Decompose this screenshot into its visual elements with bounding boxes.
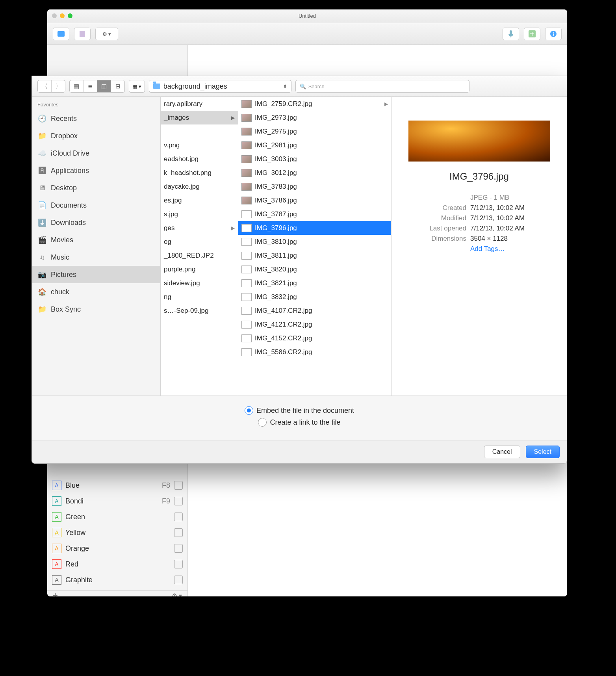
- color-row-red[interactable]: ARed: [47, 556, 187, 572]
- file-label: s.jpg: [164, 210, 178, 218]
- color-row-orange[interactable]: AOrange: [47, 540, 187, 556]
- column-item[interactable]: ges▶: [161, 221, 238, 235]
- search-field[interactable]: 🔍 Search: [295, 80, 469, 93]
- column-item[interactable]: ng: [161, 290, 238, 304]
- checkbox[interactable]: [174, 497, 183, 505]
- sidebar-item-documents[interactable]: 📄Documents: [32, 197, 160, 214]
- column-item[interactable]: v.png: [161, 138, 238, 152]
- file-item[interactable]: IMG_3786.jpg: [238, 193, 391, 207]
- column-view-button[interactable]: ◫: [97, 80, 111, 92]
- file-label: IMG_3832.jpg: [255, 293, 297, 301]
- cancel-button[interactable]: Cancel: [484, 446, 520, 458]
- file-item[interactable]: IMG_3787.jpg: [238, 207, 391, 221]
- column-item[interactable]: eadshot.jpg: [161, 152, 238, 166]
- sidebar-item-music[interactable]: ♫Music: [32, 249, 160, 266]
- coverflow-view-button[interactable]: ⊟: [111, 80, 124, 92]
- sidebar-item-recents[interactable]: 🕘Recents: [32, 110, 160, 127]
- file-thumbnail-icon: [241, 266, 252, 273]
- minimize-window-button[interactable]: [60, 13, 65, 18]
- color-row-green[interactable]: AGreen: [47, 509, 187, 525]
- file-item[interactable]: IMG_3821.jpg: [238, 276, 391, 290]
- color-row-blue[interactable]: ABlueF8: [47, 477, 187, 493]
- sidebar-item-pictures[interactable]: 📷Pictures: [32, 266, 160, 283]
- color-name: Orange: [65, 544, 174, 553]
- group-by-menu[interactable]: ▦ ▾: [129, 80, 145, 93]
- column-item[interactable]: sideview.jpg: [161, 276, 238, 290]
- file-item[interactable]: IMG_5586.CR2.jpg: [238, 345, 391, 359]
- file-item[interactable]: IMG_3832.jpg: [238, 290, 391, 304]
- svg-text:i: i: [553, 31, 554, 37]
- file-item[interactable]: IMG_2981.jpg: [238, 138, 391, 152]
- column-item[interactable]: rary.aplibrary: [161, 97, 238, 111]
- checkbox[interactable]: [174, 560, 183, 568]
- music-icon: ♫: [37, 253, 47, 262]
- preview-metadata: JPEG - 1 MB Created7/12/13, 10:02 AMModi…: [399, 194, 559, 255]
- checkbox[interactable]: [174, 481, 183, 490]
- file-thumbnail-icon: [241, 141, 252, 149]
- file-item[interactable]: IMG_2973.jpg: [238, 111, 391, 124]
- checkbox[interactable]: [174, 528, 183, 537]
- file-item[interactable]: IMG_2975.jpg: [238, 124, 391, 138]
- file-item[interactable]: IMG_2759.CR2.jpg▶: [238, 97, 391, 111]
- preview-filename: IMG_3796.jpg: [449, 171, 509, 182]
- sidebar-item-icloud-drive[interactable]: ☁️iCloud Drive: [32, 145, 160, 162]
- zoom-window-button[interactable]: [68, 13, 72, 18]
- inspector-menu[interactable]: ⚙︎ ▾: [172, 592, 182, 597]
- color-row-bondi[interactable]: ABondiF9: [47, 493, 187, 509]
- checkbox[interactable]: [174, 544, 183, 553]
- column-item[interactable]: purple.png: [161, 262, 238, 276]
- add-tags-link[interactable]: Add Tags…: [470, 245, 505, 253]
- file-item[interactable]: IMG_3820.jpg: [238, 262, 391, 276]
- column-item[interactable]: og: [161, 235, 238, 249]
- info-button[interactable]: i: [545, 28, 562, 40]
- file-item[interactable]: IMG_4121.CR2.jpg: [238, 318, 391, 331]
- checkbox[interactable]: [174, 513, 183, 521]
- sidebar-item-chuck[interactable]: 🏠chuck: [32, 283, 160, 301]
- sidebar-item-downloads[interactable]: ⬇️Downloads: [32, 214, 160, 231]
- column-item[interactable]: _images▶: [161, 111, 238, 124]
- back-button[interactable]: 〈: [38, 80, 52, 92]
- sidebar-item-applications[interactable]: 🅰Applications: [32, 162, 160, 179]
- column-2[interactable]: IMG_2759.CR2.jpg▶IMG_2973.jpgIMG_2975.jp…: [238, 97, 391, 396]
- link-radio-row[interactable]: Create a link to the file: [42, 418, 557, 427]
- column-item[interactable]: s.jpg: [161, 207, 238, 221]
- file-item[interactable]: IMG_3003.jpg: [238, 152, 391, 166]
- color-row-graphite[interactable]: AGraphite: [47, 572, 187, 588]
- file-item[interactable]: IMG_3811.jpg: [238, 249, 391, 262]
- file-item[interactable]: IMG_3012.jpg: [238, 166, 391, 180]
- dictation-button[interactable]: [503, 28, 519, 40]
- file-label: IMG_3796.jpg: [255, 224, 297, 232]
- sidebar-item-label: Documents: [51, 201, 87, 210]
- file-item[interactable]: IMG_3783.jpg: [238, 180, 391, 193]
- embed-radio-row[interactable]: Embed the file in the document: [42, 406, 557, 415]
- add-button[interactable]: [524, 28, 540, 40]
- close-window-button[interactable]: [52, 13, 57, 18]
- color-row-yellow[interactable]: AYellow: [47, 525, 187, 540]
- column-item[interactable]: _1800_RED.JP2: [161, 249, 238, 262]
- forward-button[interactable]: 〉: [52, 80, 65, 92]
- column-item[interactable]: daycake.jpg: [161, 180, 238, 193]
- document-button[interactable]: [74, 28, 91, 40]
- column-item[interactable]: es.jpg: [161, 193, 238, 207]
- add-color-button[interactable]: +: [53, 591, 58, 596]
- column-item[interactable]: k_headshot.png: [161, 166, 238, 180]
- sidebar-item-dropbox[interactable]: 📁Dropbox: [32, 127, 160, 145]
- file-item[interactable]: IMG_4107.CR2.jpg: [238, 304, 391, 318]
- file-thumbnail-icon: [241, 238, 252, 246]
- finder-sidebar: Favorites 🕘Recents📁Dropbox☁️iCloud Drive…: [32, 97, 161, 396]
- list-view-button[interactable]: ≣: [83, 80, 97, 92]
- location-popup[interactable]: background_images ▲▼: [149, 80, 291, 93]
- file-item[interactable]: IMG_3796.jpg: [238, 221, 391, 235]
- sidebar-item-box-sync[interactable]: 📁Box Sync: [32, 301, 160, 318]
- icon-view-button[interactable]: ▦: [70, 80, 83, 92]
- column-item[interactable]: s…-Sep-09.jpg: [161, 304, 238, 318]
- sidebar-item-desktop[interactable]: 🖥Desktop: [32, 179, 160, 197]
- select-button[interactable]: Select: [526, 446, 560, 458]
- checkbox[interactable]: [174, 576, 183, 584]
- action-menu[interactable]: ⚙︎ ▾: [95, 28, 118, 40]
- play-button[interactable]: [53, 28, 69, 40]
- sidebar-item-movies[interactable]: 🎬Movies: [32, 231, 160, 249]
- file-item[interactable]: IMG_3810.jpg: [238, 235, 391, 249]
- column-1[interactable]: rary.aplibrary_images▶v.pngeadshot.jpgk_…: [161, 97, 238, 396]
- file-item[interactable]: IMG_4152.CR2.jpg: [238, 331, 391, 345]
